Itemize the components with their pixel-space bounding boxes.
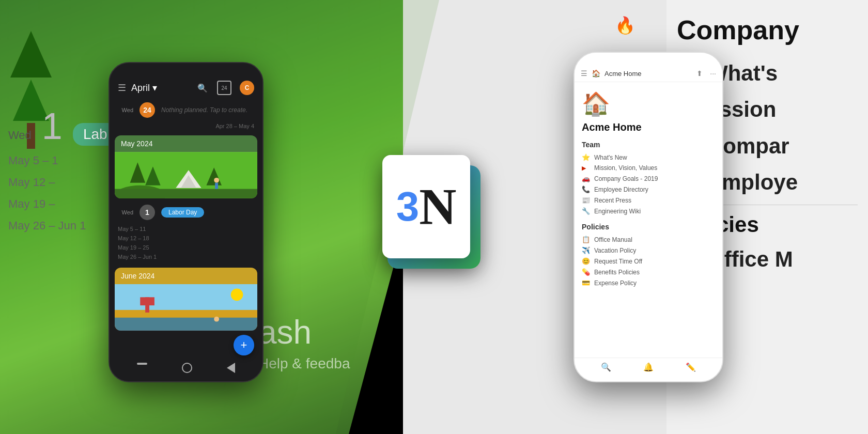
notion-item-pol-text-3: Request Time Off	[594, 258, 642, 265]
notion-item-pol-text-5: Expense Policy	[594, 280, 637, 287]
notion-item-pol-emoji-5: 💳	[582, 279, 591, 287]
notion-page-emoji: 🏠	[582, 90, 715, 117]
user-avatar[interactable]: C	[240, 81, 254, 95]
fab-add-button[interactable]: +	[234, 335, 254, 355]
bg-date: 1	[42, 107, 63, 145]
notion-item-emoji-1: ⭐	[582, 153, 591, 161]
notion-item-vacation[interactable]: ✈️ Vacation Policy	[582, 245, 715, 256]
svg-rect-15	[115, 318, 257, 331]
may-illustration	[115, 152, 257, 198]
nav-menu-icon[interactable]	[137, 363, 147, 365]
tree-illustration	[10, 31, 52, 114]
hamburger-icon[interactable]: ☰	[118, 82, 126, 94]
calendar-background: Wed 1 Lab May 5 – 1 May 12 – May 19 – Ma…	[0, 103, 126, 237]
notion-item-pol-emoji-4: 💊	[582, 268, 591, 276]
notion-menu-icon[interactable]: ☰	[581, 69, 587, 78]
labor-num-text: 1	[145, 208, 149, 216]
notion-more-icon[interactable]: ···	[710, 69, 716, 78]
notion-item-emoji-3: 🚗	[582, 175, 591, 182]
week-rows: May 5 – 11 May 12 – 18 May 19 – 25 May 2…	[110, 222, 262, 264]
notion-item-pol-text-1: Office Manual	[594, 236, 632, 243]
nav-home-icon[interactable]	[182, 363, 192, 373]
notion-item-expense[interactable]: 💳 Expense Policy	[582, 277, 715, 288]
notion-item-benefits[interactable]: 💊 Benefits Policies	[582, 267, 715, 277]
notion-header: ☰ 🏠 Acme Home ⬆ ···	[575, 62, 722, 82]
notion-item-text-5: Recent Press	[594, 197, 631, 204]
notion-item-recent-press[interactable]: 📰 Recent Press	[582, 195, 715, 206]
notion-home-emoji: 🏠	[592, 69, 600, 78]
bg-range-3: May 19 –	[0, 193, 126, 215]
cal-date-badge[interactable]: 24	[217, 81, 231, 95]
week-item-3: May 19 – 25	[110, 243, 262, 252]
bg-range-1: May 5 – 1	[0, 150, 126, 172]
june-month-header: June 2024	[115, 268, 257, 284]
svg-rect-14	[140, 297, 154, 305]
may-month-card: May 2024	[115, 135, 257, 198]
notion-content: 🏠 Acme Home Team ⭐ What's New ▶ Mission,…	[575, 82, 722, 297]
today-number[interactable]: 24	[140, 102, 155, 118]
bg-range-2: May 12 –	[0, 172, 126, 193]
notion-item-eng-wiki[interactable]: 🔧 Engineering Wiki	[582, 206, 715, 216]
cal-badge-num: 24	[221, 85, 227, 91]
may-month-header: May 2024	[115, 135, 257, 152]
notion-share-icon[interactable]: ⬆	[696, 69, 703, 78]
svg-point-17	[231, 289, 243, 301]
notion-policies-section: Policies	[582, 223, 715, 231]
svg-point-9	[214, 178, 219, 183]
week-range-apr: Apr 28 – May 4	[110, 121, 262, 131]
center-ash-text: ash	[258, 313, 350, 351]
notion-item-emoji-5: 📰	[582, 196, 591, 204]
notion-item-whats-new[interactable]: ⭐ What's New	[582, 152, 715, 163]
notion-item-text-4: Employee Directory	[594, 186, 648, 193]
june-svg	[115, 284, 257, 331]
cal-today-row: Wed 24 Nothing planned. Tap to create.	[110, 99, 262, 121]
labor-weekday: Wed	[118, 209, 133, 215]
calendar-month-title[interactable]: April ▾	[131, 82, 192, 94]
center-text-area: ash Help & feedba	[258, 313, 350, 372]
center-help-text: Help & feedba	[258, 355, 350, 372]
notion-team-section: Team	[582, 141, 715, 149]
today-num-text: 24	[143, 106, 151, 114]
notion-item-employee-dir[interactable]: 📞 Employee Directory	[582, 184, 715, 195]
notion-item-pol-emoji-1: 📋	[582, 236, 591, 243]
notion-item-emoji-2: ▶	[582, 165, 591, 172]
weekday-label: Wed	[118, 107, 133, 113]
week-item-1: May 5 – 11	[110, 224, 262, 234]
week-item-4: May 26 – Jun 1	[110, 252, 262, 261]
notion-item-pol-text-4: Benefits Policies	[594, 269, 640, 276]
labor-day-num: 1	[140, 205, 155, 220]
june-month-card: June 2024	[115, 268, 257, 331]
calendar-header: ☰ April ▾ 🔍 24 C	[110, 73, 262, 99]
bg-weekday: Wed	[8, 129, 32, 142]
notion-search-icon[interactable]: 🔍	[601, 362, 611, 372]
right-panel-title: Company	[677, 16, 858, 45]
notion-item-pol-emoji-3: 😊	[582, 257, 591, 265]
labor-day-chip[interactable]: Labor Day	[161, 207, 204, 218]
notion-header-title: Acme Home	[605, 70, 692, 78]
svg-rect-10	[215, 183, 218, 189]
notion-bottom-bar: 🔍 🔔 ✏️	[575, 358, 722, 376]
june-illustration	[115, 284, 257, 331]
notion-item-time-off[interactable]: 😊 Request Time Off	[582, 256, 715, 267]
notion-compose-icon[interactable]: ✏️	[686, 362, 696, 372]
nav-back-icon[interactable]	[227, 363, 235, 373]
phone-notion: ☰ 🏠 Acme Home ⬆ ··· 🏠 Acme Home Team ⭐ W…	[574, 52, 723, 382]
notion-item-emoji-6: 🔧	[582, 207, 591, 215]
notion-item-pol-text-2: Vacation Policy	[594, 247, 636, 254]
notion-item-mission[interactable]: ▶ Mission, Vision, Values	[582, 163, 715, 173]
phone-notch-left	[165, 63, 207, 74]
cal-search-icon[interactable]: 🔍	[197, 83, 208, 93]
calendar-screen: ☰ April ▾ 🔍 24 C Wed 24 Nothing planned.…	[110, 63, 262, 381]
svg-point-16	[214, 317, 219, 322]
fab-plus-icon: +	[241, 338, 247, 352]
svg-rect-8	[115, 189, 257, 198]
notion-item-emoji-4: 📞	[582, 185, 591, 193]
labor-day-row: Wed 1 Labor Day	[110, 203, 262, 222]
notion-item-office-manual[interactable]: 📋 Office Manual	[582, 234, 715, 245]
notion-item-text-2: Mission, Vision, Values	[594, 164, 657, 172]
notion-item-text-6: Engineering Wiki	[594, 208, 641, 215]
phone-nav-bar	[110, 359, 262, 377]
notion-bell-icon[interactable]: 🔔	[643, 362, 654, 372]
notion-item-company-goals[interactable]: 🚗 Company Goals - 2019	[582, 173, 715, 184]
phone-calendar: ☰ April ▾ 🔍 24 C Wed 24 Nothing planned.…	[109, 62, 264, 382]
